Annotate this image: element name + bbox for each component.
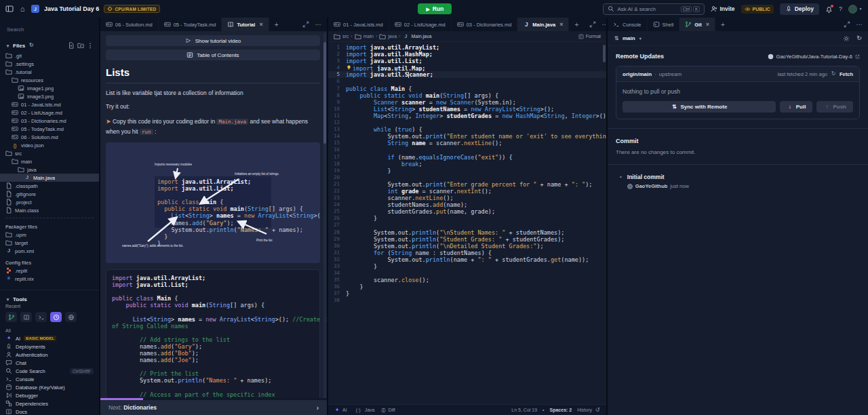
pane-menu-icon[interactable]: ⋯ — [315, 21, 321, 28]
tree-item-tutorial[interactable]: .tutorial — [0, 68, 99, 76]
notifications-bell-icon[interactable] — [825, 5, 833, 13]
tab-console[interactable]: Console — [608, 18, 648, 31]
tree-item-main[interactable]: main — [0, 157, 99, 165]
tree-item-resources[interactable]: resources — [0, 76, 99, 84]
statusbar-diff[interactable]: Diff — [381, 408, 395, 413]
tab-tutorial[interactable]: Tutorial× — [222, 18, 269, 31]
tree-item-06-solution-md[interactable]: 06 - Solution.md — [0, 133, 99, 141]
show-tutorial-video-button[interactable]: ▷ Show tutorial video — [106, 35, 320, 46]
help-button[interactable]: ? — [839, 5, 842, 12]
recent-tool-book[interactable] — [20, 312, 32, 322]
chevron-down-icon[interactable]: ▾ — [638, 35, 643, 42]
fetch-refresh-icon[interactable]: ↻ — [830, 71, 837, 77]
files-section-header[interactable]: ▾ Files ↻ ⋮ — [0, 37, 99, 52]
recent-tool-branch[interactable] — [5, 312, 17, 322]
tool-item-code-search[interactable]: Code SearchCtrlShiftF — [0, 367, 99, 375]
tree-item-video-json[interactable]: {}video.json — [0, 141, 99, 149]
new-tab-button[interactable]: + — [269, 18, 284, 31]
breadcrumb-item-src[interactable]: src — [334, 33, 349, 40]
tab-01-javalists-md[interactable]: 01 - JavaLists.md — [328, 18, 389, 31]
tool-item-ai[interactable]: ✦AIBASIC MODEL — [0, 334, 99, 342]
editor-scrollbar[interactable] — [603, 45, 606, 62]
push-button[interactable]: ↑ Push — [816, 101, 853, 113]
editor-code-area[interactable]: 1import java.util.ArrayList;2import java… — [328, 42, 606, 404]
table-of-contents-button[interactable]: Table of Contents — [106, 50, 320, 60]
tree-item-git[interactable]: .git — [0, 52, 99, 60]
history-button[interactable]: History↺ — [577, 407, 601, 414]
tab-main-java[interactable]: JMain.java× — [517, 18, 569, 31]
tree-item-image3-png[interactable]: image3.png — [0, 92, 99, 100]
tab-close-icon[interactable]: × — [259, 21, 262, 28]
breadcrumb-item-java[interactable]: java — [379, 33, 397, 40]
sync-with-remote-button[interactable]: ⇅ Sync with Remote — [623, 101, 776, 113]
tab-03-dictionaries-md[interactable]: 03 - Dictionaries.md — [452, 18, 518, 31]
github-repo-link[interactable]: GaoYeGithub/Java-Tutorial-Day-6 — [768, 54, 860, 60]
format-button[interactable]: Format — [578, 34, 601, 39]
project-title[interactable]: Java Tutorial Day 6 — [44, 5, 99, 12]
tree-item-upm[interactable]: .upm — [0, 231, 99, 239]
tree-item-classpath[interactable]: .classpath — [0, 182, 99, 190]
visibility-badge[interactable]: PUBLIC — [741, 5, 774, 14]
tree-item-target[interactable]: target — [0, 239, 99, 247]
expand-pane-icon[interactable] — [589, 21, 596, 28]
tool-item-chat[interactable]: Chat — [0, 359, 99, 367]
tutorial-scrollbar[interactable] — [323, 33, 326, 399]
tutorial-next-footer[interactable]: Next: Dictionaries › — [100, 400, 327, 415]
pane-menu-icon[interactable]: ⋯ — [601, 21, 606, 28]
ask-ai-search[interactable]: Ask AI & search CtrlK — [603, 3, 705, 15]
statusbar-language[interactable]: (·)Java — [354, 407, 375, 414]
tab-close-icon[interactable]: × — [706, 21, 709, 28]
home-icon[interactable]: ⌂ — [18, 5, 26, 13]
tree-item-main-java[interactable]: JMain.java — [0, 174, 99, 182]
tree-item-main-class[interactable]: Main.class — [0, 206, 99, 214]
tree-item-image1-png[interactable]: image1.png — [0, 84, 99, 92]
tool-item-authentication[interactable]: Authentication — [0, 351, 99, 359]
tab-shell[interactable]: Shell — [648, 18, 680, 31]
tab-02-listusage-md[interactable]: 02 - ListUsage.md — [389, 18, 452, 31]
tab-06-solution-md[interactable]: 06 - Solution.md — [100, 18, 159, 31]
new-tab-button[interactable]: + — [569, 18, 584, 31]
tab-05-todaytask-md[interactable]: 05 - TodayTask.md — [159, 18, 222, 31]
breadcrumb-item-main[interactable]: main — [355, 33, 374, 40]
branch-selector[interactable]: main — [623, 35, 635, 41]
tree-item-03-dictionaries-md[interactable]: 03 - Dictionaries.md — [0, 117, 99, 125]
expand-pane-icon[interactable] — [844, 21, 850, 28]
statusbar-ai[interactable]: ✦AI — [334, 407, 347, 414]
tab-close-icon[interactable]: × — [559, 21, 563, 28]
sidebar-toggle-icon[interactable] — [5, 5, 14, 13]
tree-item-settings[interactable]: .settings — [0, 60, 99, 68]
tool-item-console[interactable]: Console — [0, 375, 99, 383]
kebab-menu-icon[interactable]: ⋮ — [87, 42, 94, 49]
breadcrumb-item-main-java[interactable]: JMain.java — [402, 33, 431, 40]
cpu-ram-limited-badge[interactable]: CPU/RAM LIMITED — [104, 5, 159, 13]
new-file-icon[interactable] — [68, 42, 75, 49]
tool-item-deployments[interactable]: Deployments — [0, 342, 99, 351]
tree-item-01-javalists-md[interactable]: 01 - JavaLists.md — [0, 100, 99, 108]
tab-git[interactable]: Git× — [679, 18, 715, 31]
tree-item-project[interactable]: .project — [0, 198, 99, 206]
tree-item-src[interactable]: src — [0, 149, 99, 157]
pane-menu-icon[interactable]: ⋯ — [856, 21, 863, 28]
tree-item-05-todaytask-md[interactable]: 05 - TodayTask.md — [0, 125, 99, 133]
tree-item-replit[interactable]: .replit — [0, 266, 99, 275]
tools-section-header[interactable]: ▾ Tools — [0, 290, 99, 304]
fetch-button[interactable]: Fetch — [840, 71, 853, 77]
deploy-button[interactable]: Deploy — [780, 3, 819, 15]
tree-item-java[interactable]: java — [0, 165, 99, 174]
new-tab-button[interactable]: + — [715, 18, 730, 31]
recent-tool-terminal[interactable] — [35, 312, 47, 322]
tree-item-replit-nix[interactable]: ✳replit.nix — [0, 275, 99, 283]
new-folder-icon[interactable] — [77, 42, 84, 49]
tool-item-docs[interactable]: Docs — [0, 408, 99, 415]
commit-history-item[interactable]: • Initial commit GaoYeGithub just now — [616, 174, 860, 189]
tree-item-02-listusage-md[interactable]: 02 - ListUsage.md — [0, 108, 99, 117]
tree-item-pom-xml[interactable]: Jpom.xml — [0, 247, 99, 255]
invite-button[interactable]: Invite — [711, 5, 734, 12]
user-avatar[interactable] — [848, 5, 857, 14]
settings-gear-icon[interactable] — [843, 35, 850, 42]
tool-item-database-key-value[interactable]: Database (Key/Value) — [0, 383, 99, 391]
tree-item-gitignore[interactable]: .gitignore — [0, 190, 99, 198]
pull-button[interactable]: ↓ Pull — [780, 101, 813, 113]
expand-pane-icon[interactable] — [302, 21, 309, 28]
search-input[interactable] — [7, 26, 92, 33]
